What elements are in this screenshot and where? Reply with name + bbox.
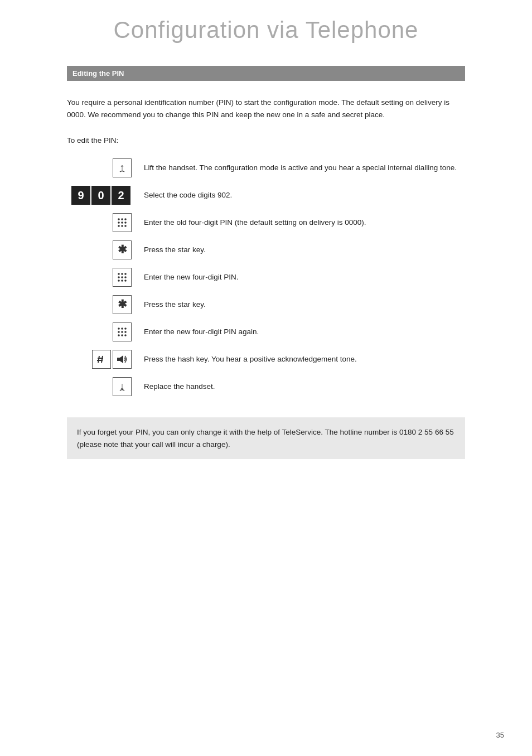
- page-title: Configuration via Telephone: [0, 0, 532, 66]
- step-star2-desc: Press the star key.: [139, 292, 465, 320]
- svg-point-23: [124, 328, 127, 330]
- keypad-icon-3: [113, 322, 132, 341]
- to-edit-label: To edit the PIN:: [67, 136, 465, 145]
- intro-text: You require a personal identification nu…: [67, 97, 465, 121]
- table-row: Enter the new four-digit PIN.: [67, 265, 465, 292]
- table-row: 9 0 2 Select the code digits 902.: [67, 183, 465, 210]
- svg-point-16: [124, 276, 127, 278]
- step-replace-handset-desc: Replace the handset.: [139, 374, 465, 402]
- step-lift-handset-icon-cell: ↑: [67, 156, 139, 183]
- table-row: Enter the old four-digit PIN (the defaul…: [67, 210, 465, 238]
- table-row: ↑ Lift the handset. The configuration mo…: [67, 156, 465, 183]
- star-icon-1: ✱: [113, 240, 132, 259]
- svg-point-27: [118, 334, 120, 336]
- svg-point-2: [121, 218, 123, 220]
- svg-point-28: [121, 334, 123, 336]
- star-icon-2: ✱: [113, 295, 132, 314]
- table-row: ✱ Press the star key.: [67, 238, 465, 265]
- hash-icon: [92, 350, 111, 369]
- svg-marker-35: [120, 355, 123, 363]
- svg-point-18: [121, 280, 123, 282]
- step-new-pin-icon-cell: [67, 265, 139, 292]
- svg-text:✱: ✱: [118, 298, 127, 310]
- table-row: ✱ Press the star key.: [67, 292, 465, 320]
- step-star1-icon-cell: ✱: [67, 238, 139, 265]
- svg-line-30: [98, 356, 99, 363]
- step-hash-desc: Press the hash key. You hear a positive …: [139, 347, 465, 374]
- step-digits-icon-cell: 9 0 2: [67, 183, 139, 210]
- digit-9: 9: [71, 186, 90, 205]
- step-old-pin-icon-cell: [67, 210, 139, 238]
- step-new-pin-again-desc: Enter the new four-digit PIN again.: [139, 320, 465, 347]
- svg-point-3: [124, 218, 127, 220]
- svg-point-12: [121, 273, 123, 275]
- handset-up-icon: ↑: [113, 158, 132, 177]
- svg-point-8: [121, 225, 123, 227]
- svg-point-6: [124, 221, 127, 224]
- svg-point-26: [124, 331, 127, 333]
- svg-point-7: [118, 225, 120, 227]
- step-star1-desc: Press the star key.: [139, 238, 465, 265]
- svg-point-13: [124, 273, 127, 275]
- svg-point-4: [118, 221, 120, 224]
- step-lift-handset-desc: Lift the handset. The configuration mode…: [139, 156, 465, 183]
- digit-0: 0: [91, 186, 110, 205]
- svg-point-19: [124, 280, 127, 282]
- step-new-pin-again-icon-cell: [67, 320, 139, 347]
- svg-point-5: [121, 221, 123, 224]
- step-digits-desc: Select the code digits 902.: [139, 183, 465, 210]
- svg-point-25: [121, 331, 123, 333]
- svg-point-9: [124, 225, 127, 227]
- handset-down-icon: ↓: [113, 377, 132, 396]
- svg-rect-34: [117, 358, 120, 361]
- speaker-icon: [113, 350, 132, 369]
- table-row: Enter the new four-digit PIN again.: [67, 320, 465, 347]
- digit-2: 2: [112, 186, 130, 205]
- step-hash-icon-cell: [67, 347, 139, 374]
- steps-table: ↑ Lift the handset. The configuration mo…: [67, 156, 465, 402]
- svg-text:✱: ✱: [118, 244, 127, 256]
- svg-line-31: [101, 356, 103, 363]
- keypad-icon-2: [113, 268, 132, 287]
- step-new-pin-desc: Enter the new four-digit PIN.: [139, 265, 465, 292]
- svg-point-24: [118, 331, 120, 333]
- warning-box: If you forget your PIN, you can only cha…: [67, 417, 465, 459]
- step-star2-icon-cell: ✱: [67, 292, 139, 320]
- svg-point-14: [118, 276, 120, 278]
- page-number: 35: [496, 731, 504, 739]
- page: Configuration via Telephone Editing the …: [0, 0, 532, 756]
- svg-point-22: [121, 328, 123, 330]
- digit-group-icon: 9 0 2: [71, 186, 132, 205]
- svg-point-15: [121, 276, 123, 278]
- svg-point-11: [118, 273, 120, 275]
- keypad-icon: [113, 213, 132, 232]
- svg-point-1: [118, 218, 120, 220]
- table-row: Press the hash key. You hear a positive …: [67, 347, 465, 374]
- svg-point-29: [124, 334, 127, 336]
- step-replace-handset-icon-cell: ↓: [67, 374, 139, 402]
- section-header: Editing the PIN: [67, 66, 465, 81]
- step-old-pin-desc: Enter the old four-digit PIN (the defaul…: [139, 210, 465, 238]
- content: Editing the PIN You require a personal i…: [0, 66, 532, 459]
- hash-speaker-group-icon: [92, 350, 132, 369]
- table-row: ↓ Replace the handset.: [67, 374, 465, 402]
- svg-point-21: [118, 328, 120, 330]
- svg-point-17: [118, 280, 120, 282]
